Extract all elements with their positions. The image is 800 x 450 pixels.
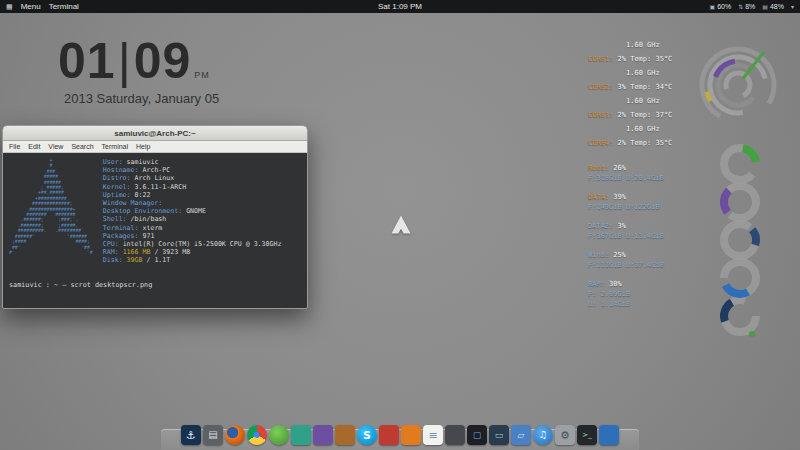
dock-icon-music-app[interactable]: ♫ (533, 425, 553, 445)
dock-icon-orange-app[interactable] (401, 425, 421, 445)
disk-usage: F:149GiB U:122GiB (588, 202, 720, 212)
terminal-menu-terminal[interactable]: Terminal (102, 143, 128, 150)
info-label: Distro: (103, 174, 135, 182)
music-app-icon: ♫ (539, 430, 548, 440)
desktop: ▦ Menu Terminal Sat 1:09 PM ▣60%⇅8%▤48%▾… (0, 0, 800, 450)
tray-value: 60% (717, 3, 731, 10)
clock-hours: 01 (58, 33, 116, 89)
tray-item[interactable]: ▤48% (762, 3, 784, 10)
info-value: /bin/bash (131, 215, 167, 223)
disk-entry: DATA: 39%F:149GiB U:122GiB (588, 192, 720, 212)
disk-name: DATA: (588, 193, 613, 201)
terminal-menu-help[interactable]: Help (136, 143, 150, 150)
info-value: 39GB (127, 256, 143, 264)
clock-label: Sat 1:09 PM (378, 2, 422, 11)
clock-date: 2013 Saturday, January 05 (64, 91, 219, 106)
system-info-line: User: samiuvic (103, 158, 282, 166)
display-settings-icon: ▭ (495, 431, 504, 440)
clock-widget: 01|09PM 2013 Saturday, January 05 (58, 36, 219, 106)
dock-icon-settings-gear[interactable]: ⚙ (555, 425, 575, 445)
dock-icon-purple-app[interactable] (313, 425, 333, 445)
info-label: Window Manager: (103, 199, 163, 207)
info-value: / 3923 MB (150, 248, 190, 256)
top-menubar: ▦ Menu Terminal Sat 1:09 PM ▣60%⇅8%▤48%▾ (0, 0, 800, 13)
writer-document-icon: ≡ (428, 430, 437, 441)
screenfetch-output: + # ### ##### ###### ; #####; +##.##### … (9, 158, 301, 265)
terminal-menu-search[interactable]: Search (71, 143, 93, 150)
dock-icon-display-settings[interactable]: ▭ (489, 425, 509, 445)
settings-gear-icon: ⚙ (560, 430, 570, 441)
active-app-label[interactable]: Terminal (49, 2, 79, 11)
cpu-meter-icon: ▣ (709, 3, 715, 10)
disk-header: Root: 26% (588, 163, 720, 173)
cpu-frequency: 1.60 GHz (588, 66, 710, 80)
dock-icon-file-cabinet[interactable]: ▤ (203, 425, 223, 445)
info-value: xterm (142, 224, 162, 232)
dock-icon-amber-app[interactable] (335, 425, 355, 445)
disk-usage: F:318GiB U:20.4GiB (588, 173, 720, 183)
info-value: Arch-PC (142, 166, 170, 174)
terminal-body[interactable]: + # ### ##### ###### ; #####; +##.##### … (3, 153, 307, 308)
dock-icon-docky-anchor[interactable]: ⚓ (181, 425, 201, 445)
topbar-clock[interactable]: Sat 1:09 PM (0, 2, 800, 11)
system-info-line: Window Manager: (103, 199, 282, 207)
network-meter-icon: ⇅ (738, 3, 743, 10)
chrome-icon: ● (254, 431, 261, 439)
info-value: samiuvic (127, 158, 159, 166)
dock-icon-folder-app[interactable]: ▱ (511, 425, 531, 445)
disk-percent: 26% (613, 164, 626, 172)
topbar-left: ▦ Menu Terminal (6, 2, 79, 11)
disk-name: RAM: (588, 280, 609, 288)
system-info-line: CPU: intel(R) Core(TM) i5-2500K CPU @ 3.… (103, 240, 282, 248)
cpu-core-load: 2% (618, 139, 631, 147)
cpu-core-line: CORE4: 2% Temp: 35°C (588, 136, 710, 150)
tray-item[interactable]: ▣60% (709, 3, 731, 10)
dock-icon-chrome[interactable]: ● (247, 425, 267, 445)
system-info-line: Distro: Arch Linux (103, 174, 282, 182)
cpu-frequency: 1.60 GHz (588, 122, 710, 136)
clock-separator: | (116, 33, 134, 89)
terminal-menu-view[interactable]: View (48, 143, 63, 150)
disk-name: Win8: (588, 251, 613, 259)
disk-header: Win8: 25% (588, 250, 720, 260)
disk-entry: DATA2: 3%F:367GiB U:13.4GiB (588, 221, 720, 241)
disk-name: DATA2: (588, 222, 618, 230)
system-info-line: Kernel: 3.6.11-1-ARCH (103, 183, 282, 191)
dock-icon-terminal-app[interactable]: >_ (577, 425, 597, 445)
disk-usage: U: 1.14GiB (588, 299, 720, 309)
dock-icon-firefox[interactable] (225, 425, 245, 445)
cpu-core-label: CORE1: (588, 55, 618, 63)
terminal-menu-edit[interactable]: Edit (28, 143, 40, 150)
dock-icon-blue-app[interactable] (599, 425, 619, 445)
cpu-core-line: CORE2: 3% Temp: 34°C (588, 80, 710, 94)
system-tray: ▣60%⇅8%▤48%▾ (709, 3, 794, 10)
terminal-window[interactable]: samiuvic@Arch-PC:~ FileEditViewSearchTer… (2, 125, 308, 309)
dock: ⚓▤●S≡▢▭▱♫⚙>_ (0, 414, 800, 450)
terminal-prompt[interactable]: samiuvic : ~ — scrot desktopscr.png (9, 281, 301, 289)
tray-item[interactable]: ▾ (791, 3, 794, 10)
system-info-line: RAM: 1166 MB / 3923 MB (103, 248, 282, 256)
cpu-radial-gauge (693, 33, 783, 133)
dock-icon-monitor-app[interactable]: ▢ (467, 425, 487, 445)
cpu-core-temp: Temp: 34°C (630, 83, 672, 91)
terminal-menu-file[interactable]: File (9, 143, 20, 150)
tray-item[interactable]: ⇅8% (738, 3, 755, 10)
menu-button[interactable]: Menu (21, 2, 41, 11)
disk-name: Root: (588, 164, 613, 172)
applications-grid-icon[interactable]: ▦ (6, 3, 13, 11)
dock-icon-green-orb-app[interactable] (269, 425, 289, 445)
dock-icon-teal-app[interactable] (291, 425, 311, 445)
cpu-frequency: 1.60 GHz (588, 94, 710, 108)
dock-icon-red-app[interactable] (379, 425, 399, 445)
system-info-line: Disk: 39GB / 1.1T (103, 256, 282, 264)
cpu-core-temp: Temp: 35°C (630, 55, 672, 63)
info-value: 0:22 (135, 191, 151, 199)
tray-value: 8% (745, 3, 755, 10)
terminal-titlebar[interactable]: samiuvic@Arch-PC:~ (3, 126, 307, 141)
dock-icon-slate-app[interactable] (445, 425, 465, 445)
dock-icon-writer-document[interactable]: ≡ (423, 425, 443, 445)
dock-icon-skype[interactable]: S (357, 425, 377, 445)
system-info-block: User: samiuvicHostname: Arch-PCDistro: A… (103, 158, 282, 265)
disk-meter-icon: ▤ (762, 3, 768, 10)
conky-cpu-monitor: 1.60 GHzCORE1: 2% Temp: 35°C1.60 GHzCORE… (588, 38, 710, 150)
